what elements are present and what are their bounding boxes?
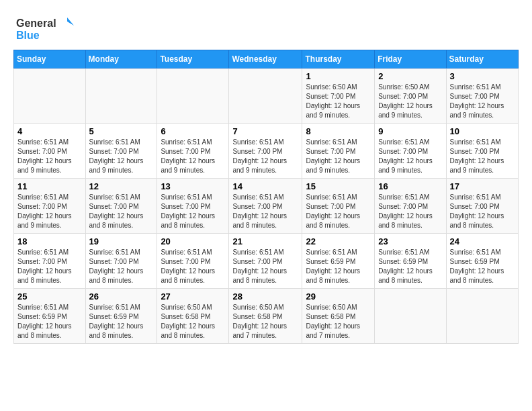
calendar-cell: 9Sunrise: 6:51 AM Sunset: 7:00 PM Daylig… [375, 124, 446, 179]
day-info: Sunrise: 6:51 AM Sunset: 7:00 PM Dayligh… [450, 138, 515, 175]
day-number: 13 [161, 181, 225, 191]
weekday-header-tuesday: Tuesday [157, 50, 229, 68]
calendar-cell: 17Sunrise: 6:51 AM Sunset: 7:00 PM Dayli… [446, 179, 518, 234]
calendar-cell [157, 68, 229, 124]
calendar-cell: 11Sunrise: 6:51 AM Sunset: 7:00 PM Dayli… [14, 179, 86, 234]
calendar-cell: 23Sunrise: 6:51 AM Sunset: 6:59 PM Dayli… [375, 234, 446, 289]
day-info: Sunrise: 6:51 AM Sunset: 7:00 PM Dayligh… [89, 193, 154, 230]
calendar-cell: 1Sunrise: 6:50 AM Sunset: 7:00 PM Daylig… [302, 68, 375, 124]
calendar-cell: 6Sunrise: 6:51 AM Sunset: 7:00 PM Daylig… [157, 124, 229, 179]
day-number: 9 [378, 126, 442, 136]
calendar-cell: 14Sunrise: 6:51 AM Sunset: 7:00 PM Dayli… [229, 179, 302, 234]
day-info: Sunrise: 6:50 AM Sunset: 6:58 PM Dayligh… [232, 303, 298, 340]
day-number: 18 [17, 236, 82, 246]
day-info: Sunrise: 6:51 AM Sunset: 7:00 PM Dayligh… [89, 138, 154, 175]
day-info: Sunrise: 6:51 AM Sunset: 7:00 PM Dayligh… [378, 193, 442, 230]
day-number: 20 [161, 236, 225, 246]
day-info: Sunrise: 6:51 AM Sunset: 7:00 PM Dayligh… [161, 138, 225, 175]
day-number: 8 [306, 126, 371, 136]
calendar-cell: 10Sunrise: 6:51 AM Sunset: 7:00 PM Dayli… [446, 124, 518, 179]
day-info: Sunrise: 6:51 AM Sunset: 6:59 PM Dayligh… [378, 248, 442, 285]
calendar-cell [85, 68, 157, 124]
day-info: Sunrise: 6:51 AM Sunset: 6:59 PM Dayligh… [17, 303, 82, 340]
logo: General Blue [13, 13, 74, 43]
calendar-cell: 20Sunrise: 6:51 AM Sunset: 7:00 PM Dayli… [157, 234, 229, 289]
day-number: 24 [450, 236, 515, 246]
calendar-cell [375, 289, 446, 344]
calendar-cell: 29Sunrise: 6:50 AM Sunset: 6:58 PM Dayli… [302, 289, 375, 344]
week-row-2: 4Sunrise: 6:51 AM Sunset: 7:00 PM Daylig… [14, 124, 519, 179]
day-number: 14 [232, 181, 298, 191]
day-info: Sunrise: 6:51 AM Sunset: 7:00 PM Dayligh… [161, 248, 225, 285]
day-number: 5 [89, 126, 154, 136]
calendar-cell: 18Sunrise: 6:51 AM Sunset: 7:00 PM Dayli… [14, 234, 86, 289]
day-number: 27 [161, 291, 225, 302]
calendar-cell: 16Sunrise: 6:51 AM Sunset: 7:00 PM Dayli… [375, 179, 446, 234]
day-number: 1 [306, 71, 371, 81]
weekday-header-thursday: Thursday [302, 50, 375, 68]
day-number: 2 [378, 71, 442, 81]
day-number: 11 [17, 181, 82, 191]
day-info: Sunrise: 6:51 AM Sunset: 7:00 PM Dayligh… [17, 138, 82, 175]
day-number: 26 [89, 291, 154, 302]
calendar-cell: 27Sunrise: 6:50 AM Sunset: 6:58 PM Dayli… [157, 289, 229, 344]
day-info: Sunrise: 6:51 AM Sunset: 7:00 PM Dayligh… [232, 138, 298, 175]
week-row-4: 18Sunrise: 6:51 AM Sunset: 7:00 PM Dayli… [14, 234, 519, 289]
svg-text:Blue: Blue [16, 30, 40, 41]
day-info: Sunrise: 6:50 AM Sunset: 6:58 PM Dayligh… [161, 303, 225, 340]
calendar-cell: 12Sunrise: 6:51 AM Sunset: 7:00 PM Dayli… [85, 179, 157, 234]
weekday-header-wednesday: Wednesday [229, 50, 302, 68]
page-header: General Blue [13, 13, 519, 43]
day-info: Sunrise: 6:51 AM Sunset: 7:00 PM Dayligh… [161, 193, 225, 230]
day-info: Sunrise: 6:50 AM Sunset: 6:58 PM Dayligh… [306, 303, 371, 340]
day-number: 19 [89, 236, 154, 246]
week-row-1: 1Sunrise: 6:50 AM Sunset: 7:00 PM Daylig… [14, 68, 519, 124]
calendar-cell [446, 289, 518, 344]
calendar-cell: 13Sunrise: 6:51 AM Sunset: 7:00 PM Dayli… [157, 179, 229, 234]
generalblue-logo: General Blue [13, 13, 74, 43]
calendar-cell: 25Sunrise: 6:51 AM Sunset: 6:59 PM Dayli… [14, 289, 86, 344]
weekday-header-friday: Friday [375, 50, 446, 68]
calendar-cell: 26Sunrise: 6:51 AM Sunset: 6:59 PM Dayli… [85, 289, 157, 344]
calendar-cell: 7Sunrise: 6:51 AM Sunset: 7:00 PM Daylig… [229, 124, 302, 179]
calendar-cell: 2Sunrise: 6:50 AM Sunset: 7:00 PM Daylig… [375, 68, 446, 124]
week-row-5: 25Sunrise: 6:51 AM Sunset: 6:59 PM Dayli… [14, 289, 519, 344]
day-info: Sunrise: 6:51 AM Sunset: 6:59 PM Dayligh… [306, 248, 371, 285]
calendar-cell: 28Sunrise: 6:50 AM Sunset: 6:58 PM Dayli… [229, 289, 302, 344]
day-info: Sunrise: 6:51 AM Sunset: 7:00 PM Dayligh… [17, 248, 82, 285]
day-number: 7 [232, 126, 298, 136]
calendar-cell: 15Sunrise: 6:51 AM Sunset: 7:00 PM Dayli… [302, 179, 375, 234]
weekday-header-monday: Monday [85, 50, 157, 68]
calendar-cell [229, 68, 302, 124]
day-number: 3 [450, 71, 515, 81]
weekday-header-row: SundayMondayTuesdayWednesdayThursdayFrid… [14, 50, 519, 68]
calendar-cell: 19Sunrise: 6:51 AM Sunset: 7:00 PM Dayli… [85, 234, 157, 289]
calendar-cell: 5Sunrise: 6:51 AM Sunset: 7:00 PM Daylig… [85, 124, 157, 179]
day-info: Sunrise: 6:51 AM Sunset: 7:00 PM Dayligh… [17, 193, 82, 230]
day-number: 23 [378, 236, 442, 246]
day-info: Sunrise: 6:51 AM Sunset: 7:00 PM Dayligh… [232, 193, 298, 230]
day-number: 17 [450, 181, 515, 191]
day-info: Sunrise: 6:51 AM Sunset: 6:59 PM Dayligh… [450, 248, 515, 285]
day-info: Sunrise: 6:50 AM Sunset: 7:00 PM Dayligh… [378, 83, 442, 120]
day-number: 6 [161, 126, 225, 136]
day-number: 22 [306, 236, 371, 246]
weekday-header-saturday: Saturday [446, 50, 518, 68]
day-number: 29 [306, 291, 371, 302]
day-info: Sunrise: 6:51 AM Sunset: 7:00 PM Dayligh… [306, 193, 371, 230]
day-number: 16 [378, 181, 442, 191]
calendar-cell [14, 68, 86, 124]
day-info: Sunrise: 6:51 AM Sunset: 7:00 PM Dayligh… [378, 138, 442, 175]
calendar-cell: 3Sunrise: 6:51 AM Sunset: 7:00 PM Daylig… [446, 68, 518, 124]
svg-marker-2 [67, 17, 74, 26]
day-info: Sunrise: 6:51 AM Sunset: 7:00 PM Dayligh… [450, 193, 515, 230]
day-info: Sunrise: 6:51 AM Sunset: 7:00 PM Dayligh… [89, 248, 154, 285]
calendar-table: SundayMondayTuesdayWednesdayThursdayFrid… [13, 50, 519, 344]
week-row-3: 11Sunrise: 6:51 AM Sunset: 7:00 PM Dayli… [14, 179, 519, 234]
day-info: Sunrise: 6:51 AM Sunset: 6:59 PM Dayligh… [89, 303, 154, 340]
day-info: Sunrise: 6:50 AM Sunset: 7:00 PM Dayligh… [306, 83, 371, 120]
calendar-cell: 22Sunrise: 6:51 AM Sunset: 6:59 PM Dayli… [302, 234, 375, 289]
day-number: 25 [17, 291, 82, 302]
calendar-cell: 21Sunrise: 6:51 AM Sunset: 7:00 PM Dayli… [229, 234, 302, 289]
day-number: 12 [89, 181, 154, 191]
